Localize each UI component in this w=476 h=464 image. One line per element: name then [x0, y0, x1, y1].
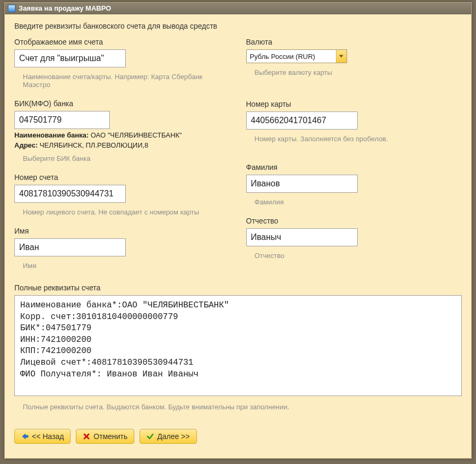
field-first-name: Имя Имя: [14, 227, 230, 270]
bank-addr-value: ЧЕЛЯБИНСК, ПЛ.РЕВОЛЮЦИИ,8: [40, 141, 149, 149]
cancel-button[interactable]: Отменить: [76, 429, 134, 444]
bank-name-value: ОАО "ЧЕЛЯБИНВЕСТБАНК": [91, 131, 182, 139]
input-last-name[interactable]: [246, 175, 358, 193]
hint-full-requisites: Полные реквизиты счета. Выдаются банком.…: [23, 403, 462, 411]
bank-addr-label: Адрес:: [14, 141, 38, 149]
input-account-number[interactable]: [14, 185, 126, 203]
button-row: << Назад Отменить Далее >>: [14, 429, 462, 444]
hint-middle-name: Отчество: [255, 252, 462, 260]
window-icon: [8, 5, 15, 12]
select-currency[interactable]: Рубль России (RUR): [246, 49, 347, 63]
next-button[interactable]: Далее >>: [140, 429, 196, 444]
hint-card-number: Номер карты. Заполняется без пробелов.: [255, 135, 462, 143]
label-account-name: Отображаемое имя счета: [14, 38, 230, 46]
input-account-name[interactable]: [14, 49, 126, 67]
cancel-button-label: Отменить: [93, 432, 127, 441]
label-bik: БИК(МФО) банка: [14, 99, 230, 108]
field-card-number: Номер карты Номер карты. Заполняется без…: [246, 100, 462, 143]
hint-last-name: Фамилия: [255, 198, 462, 206]
titlebar: Заявка на продажу МАВРО: [5, 3, 471, 14]
back-button[interactable]: << Назад: [14, 429, 71, 444]
label-card-number: Номер карты: [246, 100, 462, 108]
dialog-body: Введите реквизиты банковского счета для …: [5, 14, 471, 454]
field-middle-name: Отчество Отчество: [246, 217, 462, 260]
close-icon: [83, 433, 90, 440]
input-card-number[interactable]: [246, 111, 358, 130]
input-first-name[interactable]: [14, 238, 126, 256]
label-last-name: Фамилия: [246, 163, 462, 171]
instruction-text: Введите реквизиты банковского счета для …: [14, 22, 462, 30]
right-column: Валюта Рубль России (RUR) Выберите валют…: [246, 38, 462, 280]
label-currency: Валюта: [246, 38, 462, 46]
bank-addr-line: Адрес: ЧЕЛЯБИНСК, ПЛ.РЕВОЛЮЦИИ,8: [14, 141, 230, 149]
window-title: Заявка на продажу МАВРО: [19, 4, 111, 12]
input-bik[interactable]: [14, 111, 110, 129]
bank-name-label: Наименование банка:: [14, 131, 89, 139]
hint-account-number: Номер лицевого счета. Не совпадает с ном…: [23, 208, 224, 216]
check-icon: [146, 433, 154, 440]
hint-first-name: Имя: [23, 262, 230, 270]
dialog-window: Заявка на продажу МАВРО Введите реквизит…: [4, 2, 472, 459]
label-account-number: Номер счета: [14, 173, 230, 182]
textarea-full-requisites[interactable]: [14, 295, 462, 396]
field-account-name: Отображаемое имя счета Наименование счет…: [14, 38, 230, 89]
field-account-number: Номер счета Номер лицевого счета. Не сов…: [14, 173, 230, 216]
field-bik: БИК(МФО) банка Наименование банка: ОАО "…: [14, 99, 230, 162]
field-currency: Валюта Рубль России (RUR) Выберите валют…: [246, 38, 462, 76]
select-currency-value: Рубль России (RUR): [247, 53, 336, 61]
chevron-down-icon: [339, 55, 343, 58]
field-last-name: Фамилия Фамилия: [246, 163, 462, 206]
label-middle-name: Отчество: [246, 217, 462, 225]
hint-account-name: Наименование счета/карты. Например: Карт…: [23, 73, 224, 89]
left-column: Отображаемое имя счета Наименование счет…: [14, 38, 230, 280]
label-full-requisites: Полные реквизиты счета: [14, 283, 462, 292]
back-button-label: << Назад: [32, 432, 64, 441]
next-button-label: Далее >>: [157, 432, 189, 441]
arrow-left-icon: [21, 433, 29, 440]
input-middle-name[interactable]: [246, 228, 358, 246]
bank-name-line: Наименование банка: ОАО "ЧЕЛЯБИНВЕСТБАНК…: [14, 131, 230, 139]
hint-currency: Выберите валюту карты: [255, 68, 462, 76]
label-first-name: Имя: [14, 227, 230, 235]
hint-bik: Выберите БИК банка: [23, 154, 230, 162]
select-currency-button[interactable]: [336, 50, 347, 63]
